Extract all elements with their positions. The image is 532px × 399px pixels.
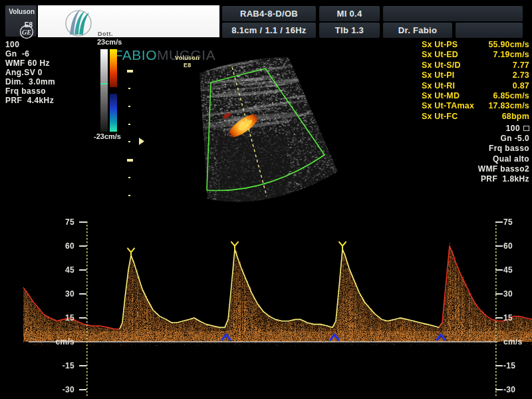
right-param-text: Qual alto — [493, 154, 529, 164]
measurement-results-panel: Sx Ut-PS55.90cm/sSx Ut-ED7.19cm/sSx Ut-S… — [422, 40, 529, 122]
left-param-line: 100 — [5, 40, 92, 49]
header-empty-cell-1 — [383, 6, 523, 21]
axis-tick-label-left: -15 — [27, 361, 74, 370]
measurement-row: Sx Ut-ED7.19cm/s — [422, 50, 529, 60]
axis-tick-label-left: 60 — [27, 241, 74, 251]
right-param-line: Frq basso — [426, 144, 529, 154]
right-param-text: WMF basso2 — [478, 164, 529, 174]
right-param-text: 100 — [506, 124, 520, 133]
measurement-row: Sx Ut-FC68bpm — [422, 112, 529, 122]
right-param-text: Gn -5.0 — [501, 134, 529, 143]
axis-tick-label-right: 60 — [503, 241, 531, 251]
measurement-label: Sx Ut-S/D — [422, 61, 461, 70]
axis-tick-label-right: 75 — [503, 217, 531, 227]
gray-map-bar — [100, 49, 108, 132]
measurement-row: Sx Ut-PS55.90cm/s — [422, 40, 529, 50]
measurement-label: Sx Ut-MD — [422, 91, 460, 101]
physician-label: Dr. Fabio — [398, 25, 437, 35]
ultrasound-screen: Voluson GE E8 Dott. FABIOMUGGIA RAB4-8-D… — [0, 0, 532, 399]
measurement-value: 2.73 — [513, 70, 529, 80]
clinic-banner: Dott. FABIOMUGGIA — [38, 5, 219, 37]
wave-logo-icon — [63, 7, 94, 37]
mi-label: MI 0.4 — [337, 9, 362, 19]
clinic-title: Dott. — [98, 31, 215, 37]
image-overlay-model: E8 — [184, 62, 192, 68]
color-map-negative-bar — [110, 94, 117, 132]
color-map-positive-bar — [110, 49, 117, 87]
axis-tick-label-left: 15 — [27, 313, 74, 323]
measurement-row: Sx Ut-RI0.87 — [422, 81, 529, 91]
axis-tick-label-left: 45 — [27, 265, 74, 275]
axis-tick-label-right: 15 — [503, 313, 531, 323]
depth-freq-cell: 8.1cm / 1.1 / 16Hz — [222, 23, 316, 38]
measurement-value: 68bpm — [502, 112, 529, 122]
right-param-text: PRF 1.8kHz — [481, 174, 529, 184]
svg-text:GE: GE — [22, 29, 31, 36]
left-param-line: Frq basso — [5, 86, 92, 96]
axis-tick-label-right: 45 — [503, 265, 531, 275]
left-param-line: Ang.SV 0 — [5, 68, 92, 77]
measurement-label: Sx Ut-PI — [422, 70, 455, 80]
ti-label: TIb 1.3 — [335, 25, 364, 35]
measurement-value: 7.19cm/s — [493, 50, 529, 60]
measurement-row: Sx Ut-PI2.73 — [422, 70, 529, 80]
ti-cell: TIb 1.3 — [319, 23, 380, 38]
measurement-label: Sx Ut-TAmax — [422, 101, 474, 111]
right-param-text: Frq basso — [489, 144, 529, 153]
probe-label: RAB4-8-D/OB — [240, 9, 298, 19]
measurement-row: Sx Ut-TAmax17.83cm/s — [422, 101, 529, 111]
right-param-line: PRF 1.8kHz — [426, 174, 529, 184]
system-model: E8 — [25, 21, 33, 29]
depth-freq-label: 8.1cm / 1.1 / 16Hz — [231, 25, 306, 35]
left-param-line: WMF 60 Hz — [5, 59, 92, 68]
measurement-value: 17.83cm/s — [488, 101, 529, 111]
mi-cell: MI 0.4 — [319, 6, 380, 21]
axis-tick-label-right: -30 — [503, 385, 531, 394]
measurement-row: Sx Ut-MD6.85cm/s — [422, 91, 529, 101]
axis-tick-label-right: cm/s — [503, 337, 531, 346]
axis-tick-label-right: 30 — [503, 289, 531, 299]
axis-tick-label-right: -15 — [503, 361, 531, 370]
image-overlay-brand: Voluson — [175, 55, 200, 61]
axis-tick-label-left: 75 — [27, 217, 74, 227]
left-param-line: Dim. 3.0mm — [5, 77, 92, 86]
right-param-line: 100 — [426, 124, 529, 134]
measurement-row: Sx Ut-S/D7.77 — [422, 61, 529, 70]
spectral-doppler-params: 100Gn -5.0Frq bassoQual altoWMF basso2PR… — [426, 124, 529, 184]
measurement-label: Sx Ut-RI — [422, 81, 455, 91]
system-badge: Voluson GE E8 — [5, 5, 37, 37]
left-param-line: Gn -6 — [5, 49, 92, 59]
measurement-value: 0.87 — [513, 81, 529, 91]
measurement-label: Sx Ut-PS — [422, 40, 458, 50]
clinic-first-name: FABIO — [114, 47, 157, 63]
color-doppler-params: 100Gn -6WMF 60 HzAng.SV 0Dim. 3.0mmFrq b… — [5, 40, 92, 105]
physician-cell: Dr. Fabio — [383, 23, 452, 38]
measurement-value: 7.77 — [513, 61, 529, 70]
right-param-line: Gn -5.0 — [426, 134, 529, 144]
measurement-label: Sx Ut-FC — [422, 112, 458, 122]
axis-tick-label-left: 30 — [27, 289, 74, 299]
measurement-value: 6.85cm/s — [493, 91, 529, 101]
right-param-line: Qual alto — [426, 154, 529, 164]
color-scale-min: -23cm/s — [94, 132, 121, 140]
measurement-label: Sx Ut-ED — [422, 50, 458, 60]
gray-map-marker — [100, 83, 108, 84]
speaker-icon — [523, 126, 529, 131]
probe-cell: RAB4-8-D/OB — [222, 6, 316, 21]
header-empty-cell-2 — [456, 23, 523, 38]
right-param-line: WMF basso2 — [426, 164, 529, 174]
system-brand: Voluson — [5, 8, 35, 15]
color-scale-max: 23cm/s — [97, 38, 122, 46]
measurement-value: 55.90cm/s — [488, 40, 529, 50]
axis-tick-label-left: cm/s — [27, 337, 74, 346]
left-param-line: PRF 4.4kHz — [5, 96, 92, 105]
axis-tick-label-left: -30 — [27, 385, 74, 394]
